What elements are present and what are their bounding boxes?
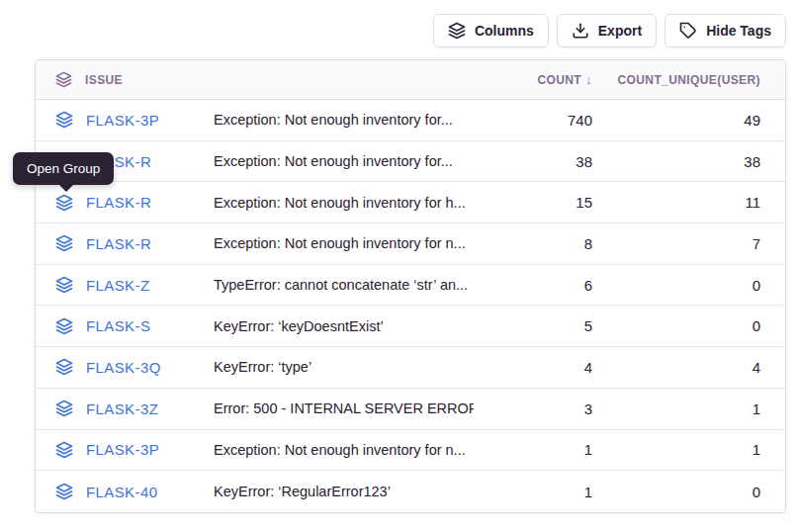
- count-unique-value: 7: [592, 235, 785, 252]
- column-header-issue-label: ISSUE: [85, 73, 123, 87]
- count-value: 1: [474, 441, 592, 458]
- issue-cell: FLASK-S: [36, 317, 214, 335]
- table-row: FLASK-S KeyError: ‘keyDoesntExist’ 5 0: [36, 306, 785, 347]
- issue-cell: FLASK-3P: [36, 441, 214, 459]
- issue-link[interactable]: FLASK-Z: [86, 277, 149, 294]
- issue-link[interactable]: FLASK-3Q: [86, 359, 161, 376]
- issue-link[interactable]: FLASK-3P: [86, 441, 159, 458]
- stack-icon[interactable]: [55, 358, 73, 376]
- count-unique-value: 49: [592, 112, 785, 129]
- count-value: 6: [474, 277, 592, 294]
- tooltip-arrow-icon: [59, 185, 73, 192]
- table-row: FLASK-3Q KeyError: ‘type’ 4 4: [36, 347, 785, 389]
- count-unique-value: 0: [592, 484, 785, 500]
- count-unique-value: 4: [592, 359, 785, 376]
- table-toolbar: Columns Export Hide Tags: [433, 14, 786, 47]
- stack-icon[interactable]: [55, 111, 73, 129]
- columns-button[interactable]: Columns: [433, 14, 549, 47]
- count-unique-value: 11: [592, 194, 785, 211]
- count-unique-value: 38: [592, 153, 785, 170]
- stack-icon: [448, 22, 466, 40]
- issue-title: Exception: Not enough inventory for...: [214, 153, 474, 169]
- issue-title: Exception: Not enough inventory for h...: [214, 195, 474, 211]
- issue-title: TypeError: cannot concatenate ‘str’ an..…: [214, 277, 474, 293]
- table-row: FLASK-R Exception: Not enough inventory …: [36, 141, 785, 183]
- issue-link[interactable]: FLASK-40: [86, 484, 157, 500]
- stack-icon[interactable]: [55, 441, 73, 459]
- issue-title: Exception: Not enough inventory for n...: [214, 442, 474, 458]
- stack-icon[interactable]: [55, 276, 73, 294]
- results-table: ISSUE COUNT ↓ COUNT_UNIQUE(USER) FLASK-3…: [35, 59, 786, 513]
- count-value: 15: [474, 194, 592, 211]
- count-unique-value: 1: [592, 441, 785, 458]
- issue-cell: FLASK-R: [36, 194, 214, 212]
- issue-cell: FLASK-3Z: [36, 399, 214, 417]
- download-icon: [572, 22, 589, 40]
- stack-icon[interactable]: [55, 234, 73, 252]
- stack-icon: [55, 71, 72, 88]
- export-button-label: Export: [598, 23, 642, 39]
- column-header-count-label: COUNT: [537, 73, 581, 87]
- issue-title: Exception: Not enough inventory for...: [214, 112, 474, 128]
- issue-title: KeyError: ‘RegularError123’: [214, 484, 474, 499]
- table-row: FLASK-R Exception: Not enough inventory …: [36, 182, 785, 223]
- column-header-count[interactable]: COUNT ↓: [474, 72, 592, 87]
- stack-icon[interactable]: [55, 399, 73, 417]
- open-group-tooltip: Open Group: [13, 152, 114, 185]
- count-value: 8: [474, 235, 592, 252]
- count-value: 3: [474, 400, 592, 417]
- table-header: ISSUE COUNT ↓ COUNT_UNIQUE(USER): [36, 60, 785, 100]
- issue-link[interactable]: FLASK-R: [86, 235, 151, 252]
- discover-results-panel: Columns Export Hide Tags ISSUE C: [0, 0, 798, 532]
- sort-descending-icon: ↓: [585, 72, 592, 87]
- stack-icon[interactable]: [55, 317, 73, 335]
- issue-cell: FLASK-40: [36, 483, 214, 500]
- issue-link[interactable]: FLASK-S: [86, 317, 150, 334]
- table-row: FLASK-3P Exception: Not enough inventory…: [36, 100, 785, 141]
- open-group-tooltip-label: Open Group: [27, 161, 100, 176]
- issue-cell: FLASK-3P: [36, 111, 214, 129]
- stack-icon[interactable]: [55, 483, 73, 500]
- hide-tags-button-label: Hide Tags: [706, 23, 771, 39]
- issue-title: Exception: Not enough inventory for n...: [214, 235, 474, 251]
- hide-tags-button[interactable]: Hide Tags: [665, 14, 786, 47]
- issue-title: Error: 500 - INTERNAL SERVER ERROR: [214, 400, 474, 416]
- count-unique-value: 0: [592, 277, 785, 294]
- table-body: FLASK-3P Exception: Not enough inventory…: [36, 100, 785, 512]
- issue-cell: FLASK-R: [36, 234, 214, 252]
- column-header-count-unique-label: COUNT_UNIQUE(USER): [617, 73, 760, 87]
- issue-title: KeyError: ‘type’: [214, 359, 474, 375]
- tag-icon: [679, 22, 697, 40]
- count-unique-value: 1: [592, 400, 785, 417]
- table-row: FLASK-40 KeyError: ‘RegularError123’ 1 0: [36, 471, 785, 512]
- stack-icon[interactable]: [55, 194, 73, 212]
- table-row: FLASK-R Exception: Not enough inventory …: [36, 223, 785, 265]
- issue-link[interactable]: FLASK-3P: [86, 112, 159, 129]
- issue-link[interactable]: FLASK-3Z: [86, 400, 158, 417]
- column-header-issue[interactable]: ISSUE: [36, 71, 214, 88]
- issue-cell: FLASK-3Q: [36, 358, 214, 376]
- count-value: 5: [474, 317, 592, 334]
- columns-button-label: Columns: [475, 23, 534, 39]
- table-row: FLASK-Z TypeError: cannot concatenate ‘s…: [36, 265, 785, 307]
- issue-link[interactable]: FLASK-R: [86, 194, 151, 211]
- table-row: FLASK-3P Exception: Not enough inventory…: [36, 430, 785, 472]
- count-value: 1: [474, 484, 592, 500]
- column-header-count-unique[interactable]: COUNT_UNIQUE(USER): [592, 73, 785, 87]
- export-button[interactable]: Export: [557, 14, 657, 47]
- issue-title: KeyError: ‘keyDoesntExist’: [214, 318, 474, 334]
- count-value: 740: [474, 112, 592, 129]
- count-unique-value: 0: [592, 317, 785, 334]
- count-value: 4: [474, 359, 592, 376]
- table-row: FLASK-3Z Error: 500 - INTERNAL SERVER ER…: [36, 389, 785, 430]
- issue-cell: FLASK-Z: [36, 276, 214, 294]
- count-value: 38: [474, 153, 592, 170]
